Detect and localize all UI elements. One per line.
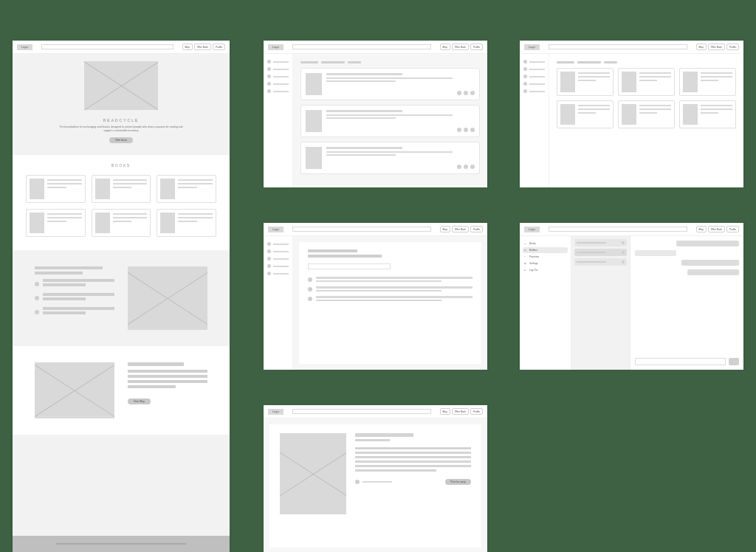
action-icon[interactable]: [464, 91, 468, 95]
book-card[interactable]: [26, 209, 86, 237]
radio-icon[interactable]: [308, 277, 312, 282]
action-icon[interactable]: [464, 128, 468, 132]
sidebar-item-settings[interactable]: ⚙Settings: [523, 261, 568, 266]
sidebar-item[interactable]: [523, 82, 545, 86]
promo-cta-button[interactable]: View Map: [128, 399, 151, 404]
send-button[interactable]: [729, 358, 739, 365]
sidebar-item[interactable]: [267, 67, 289, 71]
sidebar-item[interactable]: [523, 89, 545, 93]
thread-item[interactable]: [574, 258, 627, 266]
sidebar-item[interactable]: [267, 60, 289, 63]
nav-map[interactable]: Map: [182, 44, 193, 50]
text-input[interactable]: [308, 263, 391, 269]
search-input[interactable]: [41, 44, 173, 49]
radio-icon[interactable]: [308, 297, 312, 301]
chat-panel: [630, 236, 743, 370]
nav-profile[interactable]: Profile: [726, 44, 739, 50]
book-card[interactable]: [157, 175, 216, 203]
logo[interactable]: Logo: [268, 409, 284, 415]
thread-item[interactable]: [574, 249, 627, 256]
list-item[interactable]: [300, 68, 480, 100]
book-card[interactable]: [618, 68, 675, 96]
logo[interactable]: Logo: [17, 44, 32, 50]
list-item[interactable]: [300, 105, 480, 137]
nav-offer[interactable]: Offer Book: [708, 226, 725, 232]
nav-buttons: Map Offer Book Profile: [182, 44, 225, 50]
sidebar-item[interactable]: [523, 67, 545, 71]
action-icon[interactable]: [470, 128, 475, 132]
sidebar-item[interactable]: [267, 75, 289, 78]
action-icon[interactable]: [470, 91, 475, 95]
sidebar-item-favorites[interactable]: ♡Favorites: [523, 254, 568, 260]
thread-list: [571, 236, 630, 370]
search-input[interactable]: [292, 227, 431, 232]
nav-map[interactable]: Map: [440, 408, 450, 415]
sidebar-item[interactable]: [523, 60, 545, 63]
nav-map[interactable]: Map: [696, 44, 707, 50]
sidebar-item[interactable]: [267, 82, 289, 86]
sidebar-item-mailbox[interactable]: ✉Mailbox: [523, 247, 568, 253]
nav-profile[interactable]: Profile: [470, 408, 483, 415]
book-card[interactable]: [26, 175, 86, 203]
search-input[interactable]: [292, 44, 431, 49]
sidebar-item[interactable]: [267, 242, 289, 246]
sidebar-item[interactable]: [267, 257, 289, 261]
book-card[interactable]: [679, 100, 736, 128]
nav-offer[interactable]: Offer Book: [194, 44, 211, 50]
radio-icon[interactable]: [308, 287, 312, 291]
nav-profile[interactable]: Profile: [470, 44, 483, 50]
search-input[interactable]: [292, 409, 431, 414]
brand-title: READCYCLE: [13, 118, 230, 123]
logo[interactable]: Logo: [524, 44, 540, 50]
message-input[interactable]: [635, 358, 726, 365]
sidebar-item[interactable]: [267, 249, 289, 253]
book-grid: [26, 175, 216, 237]
logo[interactable]: Logo: [524, 227, 540, 232]
topbar: Logo Map Offer Book Profile: [13, 41, 230, 54]
action-icon[interactable]: [470, 165, 475, 169]
search-input[interactable]: [549, 44, 687, 49]
nav-map[interactable]: Map: [440, 44, 450, 50]
gear-icon: ⚙: [524, 262, 527, 265]
nav-offer[interactable]: Offer Book: [452, 44, 469, 50]
hero-image-placeholder: [84, 61, 158, 110]
book-card[interactable]: [557, 68, 614, 96]
book-card[interactable]: [679, 68, 736, 96]
nav-profile[interactable]: Profile: [726, 226, 739, 232]
sidebar-item[interactable]: [523, 75, 545, 78]
nav-profile[interactable]: Profile: [213, 44, 225, 50]
sidebar-item-logout[interactable]: ⇤Log Out: [523, 267, 568, 273]
book-card[interactable]: [92, 175, 151, 203]
sidebar-item-books[interactable]: ▭Books: [523, 241, 568, 246]
nav-offer[interactable]: Offer Book: [452, 226, 469, 232]
hero-cta-button[interactable]: Offer Book: [109, 137, 133, 143]
sidebar-item[interactable]: [267, 264, 289, 268]
nav-map[interactable]: Map: [696, 226, 707, 232]
book-card[interactable]: [557, 100, 614, 128]
chat-bubble-out: [687, 269, 740, 275]
swap-button[interactable]: Chat for swap: [445, 479, 471, 485]
nav-offer[interactable]: Offer Book: [452, 408, 469, 415]
chat-bubble-in: [635, 250, 676, 256]
list-item[interactable]: [300, 142, 480, 174]
action-icon[interactable]: [457, 165, 461, 169]
action-icon[interactable]: [464, 165, 468, 169]
logo[interactable]: Logo: [268, 44, 284, 50]
book-card[interactable]: [618, 100, 675, 128]
books-section: BOOKS: [13, 155, 230, 250]
logo[interactable]: Logo: [268, 227, 284, 232]
wireframe-mailbox: Logo Map Offer Book Profile ▭Books ✉Mail…: [520, 223, 743, 368]
nav-map[interactable]: Map: [440, 226, 450, 232]
sidebar-item[interactable]: [267, 272, 289, 275]
book-card[interactable]: [92, 209, 151, 237]
book-icon: ▭: [524, 242, 527, 245]
thread-item[interactable]: [574, 239, 627, 246]
nav-profile[interactable]: Profile: [470, 226, 483, 232]
book-card[interactable]: [157, 209, 216, 237]
action-icon[interactable]: [457, 128, 461, 132]
sidebar-item[interactable]: [267, 89, 289, 93]
nav-offer[interactable]: Offer Book: [708, 44, 725, 50]
bullet-icon: [35, 310, 39, 314]
search-input[interactable]: [549, 227, 687, 232]
action-icon[interactable]: [457, 91, 461, 95]
